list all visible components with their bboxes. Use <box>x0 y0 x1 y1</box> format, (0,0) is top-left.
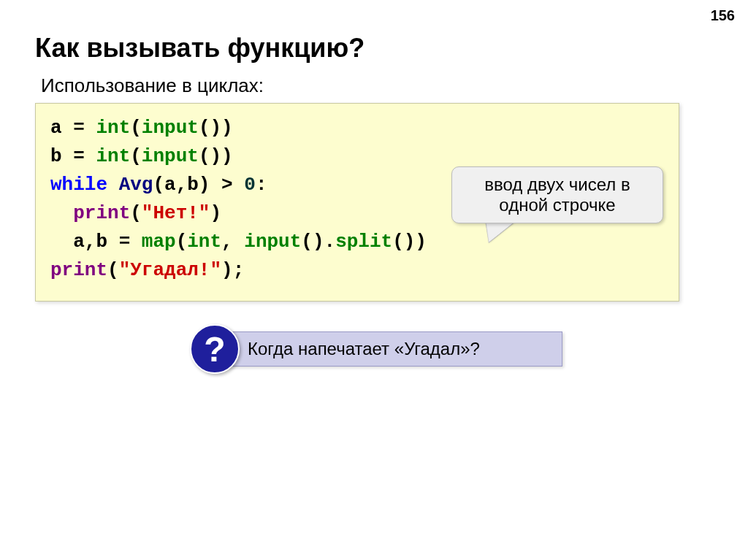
code-text: = <box>73 145 85 167</box>
code-text: ); <box>221 259 244 281</box>
code-text: ( <box>130 202 142 224</box>
code-indent <box>50 202 73 224</box>
code-keyword-input: input <box>244 231 301 253</box>
code-keyword-print: print <box>73 202 130 224</box>
code-text: ()) <box>199 117 233 139</box>
code-text: b <box>50 145 73 167</box>
code-text: > <box>221 174 233 196</box>
code-line-6: print("Угадал!"); <box>50 256 664 285</box>
code-keyword-map: map <box>130 231 175 253</box>
code-func-avg: Avg <box>119 174 153 196</box>
code-text: (). <box>301 231 335 253</box>
question-text: Когда напечатает «Угадал»? <box>248 339 480 359</box>
code-keyword-print: print <box>50 259 107 281</box>
code-text: ()) <box>392 231 427 253</box>
code-number: 0 <box>244 174 256 196</box>
code-text: : <box>256 174 267 196</box>
code-text: , <box>221 231 244 253</box>
code-keyword-split: split <box>335 231 392 253</box>
code-text: ()) <box>199 145 233 167</box>
page-number: 156 <box>711 7 735 24</box>
code-text <box>233 174 245 196</box>
slide-title: Как вызывать функцию? <box>35 33 365 64</box>
code-text: = <box>119 231 131 253</box>
code-keyword-int: int <box>85 145 130 167</box>
slide-subtitle: Использование в циклах: <box>41 74 264 97</box>
code-keyword-input: input <box>142 117 199 139</box>
code-line-1: a = int(input()) <box>50 114 664 142</box>
question-bar: Когда напечатает «Угадал»? <box>202 331 562 367</box>
code-text: = <box>73 117 85 139</box>
code-string: "Нет!" <box>142 202 210 224</box>
code-text: ) <box>210 202 221 224</box>
code-text: ( <box>130 145 142 167</box>
code-text: (a,b) <box>153 174 221 196</box>
code-keyword-input: input <box>142 145 199 167</box>
code-string: "Угадал!" <box>119 259 221 281</box>
code-text: a <box>50 117 73 139</box>
code-text: ( <box>107 259 119 281</box>
callout-bubble: ввод двух чисел в одной строчке <box>451 166 663 223</box>
code-keyword-int: int <box>187 231 221 253</box>
question-mark-icon: ? <box>190 324 240 374</box>
code-line-5: a,b = map(int, input().split()) <box>50 228 664 256</box>
code-keyword-int: int <box>85 117 130 139</box>
code-indent: a,b <box>50 231 119 253</box>
code-text: ( <box>130 117 142 139</box>
code-text: ( <box>176 231 188 253</box>
code-keyword-while: while <box>50 174 119 196</box>
